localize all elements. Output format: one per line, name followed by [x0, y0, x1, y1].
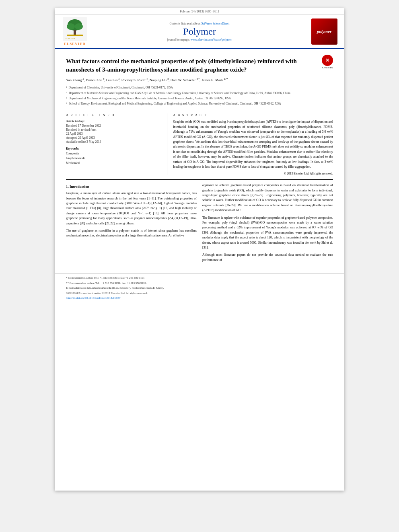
homepage-prefix: journal homepage:: [167, 38, 191, 41]
copyright-line: © 2013 Elsevier Ltd. All rights reserved…: [173, 172, 333, 175]
revised-date: 22 April 2013: [66, 132, 163, 136]
polymer-logo-text: polymer: [317, 29, 332, 34]
sciverse-prefix: Contents lists available at: [170, 22, 201, 25]
homepage-url[interactable]: www.elsevier.com/locate/polymer: [191, 38, 232, 41]
available-date: Available online 3 May 2013: [66, 140, 163, 144]
svg-rect-2: [74, 30, 76, 35]
journal-name: Polymer: [183, 26, 216, 37]
article-page: Polymer 54 (2013) 3605–3611 ELSEVIER ELS…: [55, 8, 344, 491]
intro-right-para-3: Although most literature papers do not p…: [202, 253, 333, 263]
volume-info: Polymer 54 (2013) 3605–3611: [180, 10, 219, 13]
keywords-label: Keywords:: [66, 147, 163, 150]
journal-top-bar: Polymer 54 (2013) 3605–3611: [55, 8, 344, 14]
body-right-col: approach to achieve graphene-based polym…: [202, 183, 333, 265]
footnote-doi: http://dx.doi.org/10.1016/j.polymer.2013…: [66, 296, 333, 300]
authors-line: Yan Zhang a, Yanwu Zhu b, Gui Lin a, Rod…: [66, 77, 333, 83]
abstract-text: Graphite oxide (GO) was modified using 3…: [173, 119, 333, 169]
intro-right-para-1: approach to achieve graphene-based polym…: [202, 183, 333, 213]
intro-right-para-2: The literature is replete with evidence …: [202, 216, 333, 251]
affiliations: a Department of Chemistry, University of…: [66, 85, 333, 106]
article-info-col: A R T I C L E I N F O Article history: R…: [66, 113, 167, 175]
elsevier-label: ELSEVIER: [64, 42, 86, 46]
abstract-heading: A B S T R A C T: [173, 113, 333, 117]
crossmark-icon[interactable]: ✕: [322, 55, 333, 66]
body-two-col: 1. Introduction Graphene, a monolayer of…: [66, 183, 333, 265]
accepted-date: Accepted 26 April 2013: [66, 136, 163, 140]
affiliation-c: c Department of Mechanical Engineering a…: [66, 96, 333, 101]
elsevier-logo-area: ELSEVIER ELSEVIER: [59, 17, 91, 46]
affiliation-a: a Department of Chemistry, University of…: [66, 85, 333, 90]
keyword-2: Graphene oxide: [66, 156, 163, 161]
article-content: What factors control the mechanical prop…: [55, 49, 344, 270]
keyword-3: Mechanical: [66, 161, 163, 166]
svg-point-4: [75, 23, 83, 30]
abstract-col: A B S T R A C T Graphite oxide (GO) was …: [173, 113, 333, 175]
journal-homepage: journal homepage: www.elsevier.com/locat…: [167, 38, 232, 41]
svg-point-3: [67, 23, 75, 30]
polymer-logo-area: polymer: [308, 17, 340, 46]
crossmark-area: ✕ CrossMark: [322, 55, 333, 69]
intro-heading: 1. Introduction: [66, 185, 197, 189]
footnote-corresponding-1: * Corresponding author. Tel.: +1 513 556…: [66, 276, 333, 280]
received-date: Received 17 December 2012: [66, 124, 163, 127]
keywords-list: Composite Graphene oxide Mechanical: [66, 151, 163, 166]
polymer-logo: polymer: [311, 18, 337, 45]
footnote-corresponding-2: ** Corresponding author. Tel.: +1 513 55…: [66, 281, 333, 286]
footnote-email: E-mail addresses: dale.schaefer@uc.edu (…: [66, 286, 333, 290]
keyword-1: Composite: [66, 151, 163, 156]
affiliation-d: d School of Energy, Environment, Biologi…: [66, 101, 333, 106]
info-abstract-section: A R T I C L E I N F O Article history: R…: [66, 110, 333, 175]
section-divider: [66, 179, 333, 180]
intro-para-1: Graphene, a monolayer of carbon atoms ar…: [66, 191, 197, 226]
revised-label: Received in revised form: [66, 128, 163, 131]
svg-rect-5: [67, 35, 83, 36]
elsevier-tree-icon: ELSEVIER: [63, 17, 87, 41]
journal-center-header: Contents lists available at SciVerse Sci…: [94, 17, 305, 46]
doi-link[interactable]: http://dx.doi.org/10.1016/j.polymer.2013…: [66, 296, 120, 300]
affiliation-b: b Department of Materials Science and En…: [66, 91, 333, 95]
body-left-col: 1. Introduction Graphene, a monolayer of…: [66, 183, 197, 265]
svg-text:ELSEVIER: ELSEVIER: [66, 37, 75, 39]
crossmark-label: CrossMark: [322, 66, 333, 69]
article-history-label: Article history:: [66, 119, 163, 123]
footnote-issn: 0032-3861/$ – see front matter © 2013 El…: [66, 291, 333, 296]
sciverse-link[interactable]: SciVerse ScienceDirect: [201, 22, 229, 25]
article-info-heading: A R T I C L E I N F O: [66, 113, 163, 117]
page-footer: * Corresponding author. Tel.: +1 513 556…: [55, 273, 344, 304]
intro-para-2: The use of graphene as nanofiller in a p…: [66, 228, 197, 238]
sciverse-line: Contents lists available at SciVerse Sci…: [170, 22, 230, 25]
article-title: What factors control the mechanical prop…: [66, 57, 318, 74]
journal-header: ELSEVIER ELSEVIER Contents lists availab…: [55, 14, 344, 49]
